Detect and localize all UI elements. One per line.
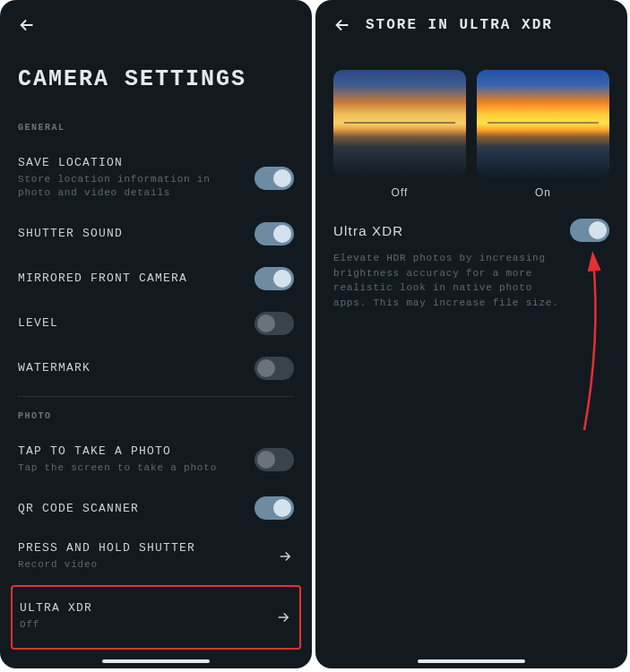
row-tap-to-take[interactable]: TAP TO TAKE A PHOTO Tap the screen to ta… <box>18 434 294 486</box>
setting-title: WATERMARK <box>18 361 244 375</box>
setting-subtitle: Tap the screen to take a photo <box>18 461 244 475</box>
toggle-qr-scanner[interactable] <box>255 496 294 520</box>
setting-title: QR CODE SCANNER <box>18 502 244 515</box>
row-level[interactable]: LEVEL <box>18 301 294 346</box>
setting-subtitle: Store location information in photo and … <box>18 173 244 201</box>
highlight-ultra-xdr: ULTRA XDR Off <box>11 585 301 650</box>
ultra-xdr-title: Ultra XDR <box>333 223 403 238</box>
toggle-shutter-sound[interactable] <box>255 222 294 246</box>
topbar <box>0 0 312 50</box>
setting-subtitle: Record video <box>18 558 265 572</box>
row-save-location[interactable]: SAVE LOCATION Store location information… <box>18 145 294 211</box>
home-indicator[interactable] <box>418 659 525 663</box>
toggle-watermark[interactable] <box>255 357 294 380</box>
setting-subtitle: Off <box>20 618 263 632</box>
back-arrow-icon[interactable] <box>332 14 353 36</box>
row-shutter-sound[interactable]: SHUTTER SOUND <box>18 211 294 256</box>
topbar-title: STORE IN ULTRA XDR <box>366 17 553 33</box>
setting-title: MIRRORED FRONT CAMERA <box>18 271 244 285</box>
section-header-general: GENERAL <box>18 114 294 145</box>
preview-row: Off On <box>315 50 627 206</box>
page-title: CAMERA SETTINGS <box>0 50 312 114</box>
row-watermark[interactable]: WATERMARK <box>18 346 294 391</box>
divider <box>18 396 294 397</box>
preview-label: On <box>535 186 551 199</box>
setting-title: TAP TO TAKE A PHOTO <box>18 444 244 458</box>
back-arrow-icon[interactable] <box>16 14 38 36</box>
preview-image-on <box>477 70 609 177</box>
setting-title: PRESS AND HOLD SHUTTER <box>18 541 265 555</box>
camera-settings-screen: CAMERA SETTINGS GENERAL SAVE LOCATION St… <box>0 0 312 668</box>
home-indicator[interactable] <box>102 659 210 663</box>
setting-title: ULTRA XDR <box>20 601 263 615</box>
toggle-ultra-xdr[interactable] <box>570 219 609 242</box>
chevron-right-icon <box>276 547 294 565</box>
ultra-xdr-screen: STORE IN ULTRA XDR Off On Ultra XDR Elev… <box>315 0 627 668</box>
toggle-mirrored-front[interactable] <box>255 267 294 290</box>
row-mirrored-front[interactable]: MIRRORED FRONT CAMERA <box>18 256 294 301</box>
row-ultra-xdr[interactable]: ULTRA XDR Off <box>20 596 292 639</box>
topbar: STORE IN ULTRA XDR <box>315 0 627 50</box>
toggle-tap-to-take[interactable] <box>255 448 294 471</box>
ultra-xdr-description: Elevate HDR photos by increasing brightn… <box>333 251 566 310</box>
setting-title: LEVEL <box>18 316 244 330</box>
row-press-hold[interactable]: PRESS AND HOLD SHUTTER Record video <box>18 530 294 582</box>
chevron-right-icon <box>274 608 292 626</box>
preview-image-off <box>333 70 466 177</box>
toggle-level[interactable] <box>255 312 294 335</box>
setting-title: SAVE LOCATION <box>18 156 244 169</box>
toggle-save-location[interactable] <box>255 167 294 190</box>
preview-on[interactable]: On <box>477 70 609 199</box>
preview-label: Off <box>392 186 409 199</box>
setting-title: SHUTTER SOUND <box>18 227 244 240</box>
preview-off[interactable]: Off <box>333 70 466 199</box>
row-ultra-xdr-detail: Ultra XDR <box>333 219 609 242</box>
section-header-photo: PHOTO <box>18 402 294 434</box>
row-qr-scanner[interactable]: QR CODE SCANNER <box>18 486 294 530</box>
